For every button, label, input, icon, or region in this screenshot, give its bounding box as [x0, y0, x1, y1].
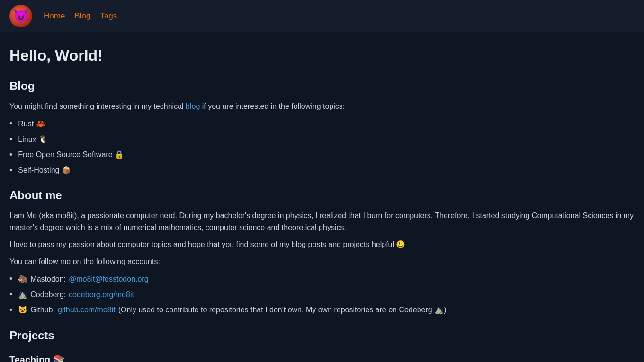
- blog-section: Blog You might find something interestin…: [9, 77, 635, 177]
- topics-list: Rust 🦀 Linux 🐧 Free Open Source Software…: [9, 117, 635, 177]
- github-link[interactable]: github.com/mo8it: [58, 304, 116, 316]
- mastodon-link[interactable]: @mo8it@fosstodon.org: [69, 273, 149, 285]
- page-title: Hello, World!: [9, 44, 635, 68]
- list-item: 🐱 Github: github.com/mo8it (Only used to…: [9, 303, 635, 317]
- about-para-2: I love to pass my passion about computer…: [9, 238, 635, 251]
- main-content: Hello, World! Blog You might find someth…: [0, 32, 644, 362]
- mastodon-label: Mastodon:: [30, 273, 66, 285]
- blog-intro-after: if you are interested in the following t…: [200, 102, 345, 110]
- list-item: Self-Hosting 📦: [9, 164, 635, 177]
- site-logo[interactable]: 😈: [9, 5, 32, 27]
- projects-section: Projects Teaching 📚 Rustlings - Maintain…: [9, 327, 635, 362]
- nav-links-container: Home Blog Tags: [44, 9, 117, 22]
- codeberg-emoji: ⛰️: [18, 289, 27, 301]
- github-note: (Only used to contribute to repositories…: [118, 304, 447, 316]
- codeberg-link[interactable]: codeberg.org/mo8it: [69, 289, 134, 301]
- topic-selfhosting: Self-Hosting 📦: [18, 164, 71, 177]
- topic-rust: Rust 🦀: [18, 118, 45, 130]
- list-item: Free Open Source Software 🔒: [9, 148, 635, 162]
- list-item: 🦣 Mastodon: @mo8it@fosstodon.org: [9, 272, 635, 286]
- list-item: Rust 🦀: [9, 117, 635, 131]
- blog-heading: Blog: [9, 77, 635, 95]
- projects-heading: Projects: [9, 327, 635, 344]
- github-label: Github:: [30, 304, 55, 316]
- blog-intro: You might find something interesting in …: [9, 100, 635, 113]
- codeberg-label: Codeberg:: [30, 289, 66, 301]
- nav-home[interactable]: Home: [44, 9, 65, 22]
- github-emoji: 🐱: [18, 304, 27, 316]
- blog-intro-before: You might find something interesting in …: [9, 102, 186, 110]
- about-para-1: I am Mo (aka mo8it), a passionate comput…: [9, 210, 635, 234]
- nav-blog[interactable]: Blog: [74, 9, 90, 22]
- nav-tags[interactable]: Tags: [100, 9, 117, 22]
- topic-linux: Linux 🐧: [18, 133, 48, 146]
- accounts-list: 🦣 Mastodon: @mo8it@fosstodon.org ⛰️ Code…: [9, 272, 635, 317]
- about-heading: About me: [9, 186, 635, 204]
- about-para-3: You can follow me on the following accou…: [9, 256, 635, 268]
- logo-emoji: 😈: [13, 6, 28, 26]
- topic-foss: Free Open Source Software 🔒: [18, 149, 124, 161]
- list-item: Linux 🐧: [9, 132, 635, 146]
- teaching-heading: Teaching 📚: [9, 352, 635, 362]
- blog-link[interactable]: blog: [186, 102, 200, 110]
- mastodon-emoji: 🦣: [18, 273, 27, 285]
- navigation: 😈 Home Blog Tags: [0, 0, 644, 32]
- about-section: About me I am Mo (aka mo8it), a passiona…: [9, 186, 635, 317]
- list-item: ⛰️ Codeberg: codeberg.org/mo8it: [9, 288, 635, 301]
